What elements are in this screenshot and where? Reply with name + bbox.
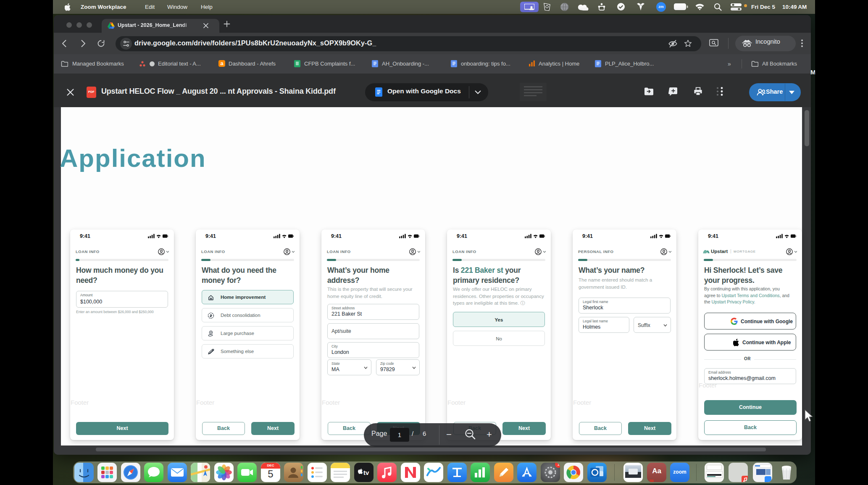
svg-text:tv: tv — [363, 469, 369, 476]
